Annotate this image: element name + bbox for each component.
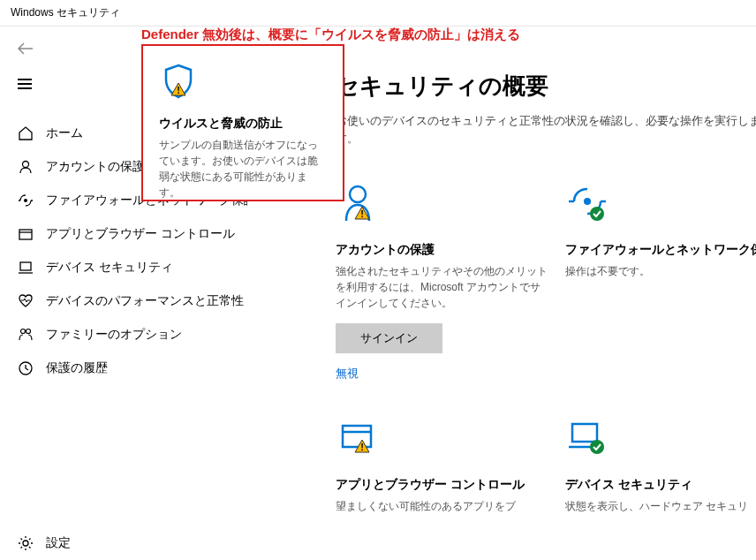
svg-point-8 bbox=[26, 329, 31, 334]
svg-rect-18 bbox=[572, 424, 597, 442]
nav-label: アカウントの保護 bbox=[46, 159, 145, 175]
heart-icon bbox=[18, 293, 34, 309]
nav-device[interactable]: デバイス セキュリティ bbox=[0, 251, 265, 284]
home-icon bbox=[18, 125, 34, 141]
nav-label: アプリとブラウザー コントロール bbox=[46, 226, 235, 242]
nav-label: デバイス セキュリティ bbox=[46, 260, 173, 276]
gear-icon bbox=[18, 535, 34, 551]
tile-desc: 強化されたセキュリティやその他のメリットを利用するには、Microsoft アカ… bbox=[336, 263, 548, 311]
svg-point-7 bbox=[21, 329, 26, 334]
account-warning-icon: ! bbox=[336, 182, 548, 231]
app-warning-icon: ! bbox=[336, 417, 548, 466]
svg-rect-3 bbox=[19, 230, 32, 239]
nav-settings[interactable]: 設定 bbox=[0, 526, 265, 560]
svg-text:!: ! bbox=[360, 208, 364, 219]
history-icon bbox=[18, 360, 34, 376]
firewall-icon bbox=[18, 193, 34, 208]
nav-family[interactable]: ファミリーのオプション bbox=[0, 318, 265, 352]
tile-app[interactable]: ! アプリとブラウザー コントロール 望ましくない可能性のあるアプリをブ bbox=[336, 417, 548, 526]
nav-label: デバイスのパフォーマンスと正常性 bbox=[46, 293, 244, 309]
callout-title: ウイルスと脅威の防止 bbox=[159, 116, 327, 132]
page-title: セキュリティの概要 bbox=[336, 71, 756, 102]
app-icon bbox=[18, 226, 34, 242]
svg-text:!: ! bbox=[177, 85, 180, 95]
tile-desc: 操作は不要です。 bbox=[565, 263, 756, 279]
svg-text:!: ! bbox=[360, 442, 364, 452]
svg-point-1 bbox=[23, 162, 29, 168]
page-desc: お使いのデバイスのセキュリティと正常性の状況を確認し、必要な操作を実行します。 bbox=[336, 112, 756, 147]
device-ok-icon bbox=[565, 417, 756, 466]
family-icon bbox=[18, 327, 34, 343]
svg-point-13 bbox=[584, 198, 591, 205]
tile-desc: 望ましくない可能性のあるアプリをブ bbox=[336, 498, 548, 514]
account-icon bbox=[18, 159, 34, 175]
tile-title: アプリとブラウザー コントロール bbox=[336, 477, 548, 493]
window-title: Windows セキュリティ bbox=[11, 6, 120, 19]
nav-label: 保護の履歴 bbox=[46, 360, 108, 376]
titlebar: Windows セキュリティ bbox=[0, 0, 756, 26]
signin-button[interactable]: サインイン bbox=[336, 323, 442, 353]
nav-label: ファミリーのオプション bbox=[46, 327, 182, 343]
svg-point-14 bbox=[590, 207, 604, 221]
annotation-text: Defender 無効後は、概要に「ウイルスを脅威の防止」は消える bbox=[141, 26, 520, 43]
svg-point-11 bbox=[350, 186, 366, 202]
tile-device[interactable]: デバイス セキュリティ 状態を表示し、ハードウェア セキュリ bbox=[565, 417, 756, 526]
shield-warning-icon: ! bbox=[159, 62, 327, 103]
nav-label: ホーム bbox=[46, 125, 83, 141]
nav-label: 設定 bbox=[46, 535, 71, 551]
tile-title: ファイアウォールとネットワーク保護 bbox=[565, 242, 756, 258]
svg-rect-5 bbox=[20, 262, 31, 270]
callout-desc: サンプルの自動送信がオフになっています。お使いのデバイスは脆弱な状態にある可能性… bbox=[159, 137, 327, 201]
virus-callout: ! ウイルスと脅威の防止 サンプルの自動送信がオフになっています。お使いのデバイ… bbox=[141, 44, 344, 201]
device-icon bbox=[18, 260, 34, 276]
tile-firewall[interactable]: ファイアウォールとネットワーク保護 操作は不要です。 bbox=[565, 182, 756, 382]
nav-history[interactable]: 保護の履歴 bbox=[0, 352, 265, 385]
dismiss-link[interactable]: 無視 bbox=[336, 366, 548, 382]
tile-account[interactable]: ! アカウントの保護 強化されたセキュリティやその他のメリットを利用するには、M… bbox=[336, 182, 548, 382]
svg-point-10 bbox=[23, 541, 28, 546]
tile-desc: 状態を表示し、ハードウェア セキュリ bbox=[565, 498, 756, 514]
nav-app[interactable]: アプリとブラウザー コントロール bbox=[0, 217, 265, 251]
firewall-ok-icon bbox=[565, 182, 756, 231]
svg-point-2 bbox=[24, 199, 27, 202]
nav-perf[interactable]: デバイスのパフォーマンスと正常性 bbox=[0, 284, 265, 318]
tile-title: デバイス セキュリティ bbox=[565, 477, 756, 493]
tile-title: アカウントの保護 bbox=[336, 242, 548, 258]
svg-rect-15 bbox=[343, 426, 371, 447]
svg-point-20 bbox=[590, 440, 604, 454]
